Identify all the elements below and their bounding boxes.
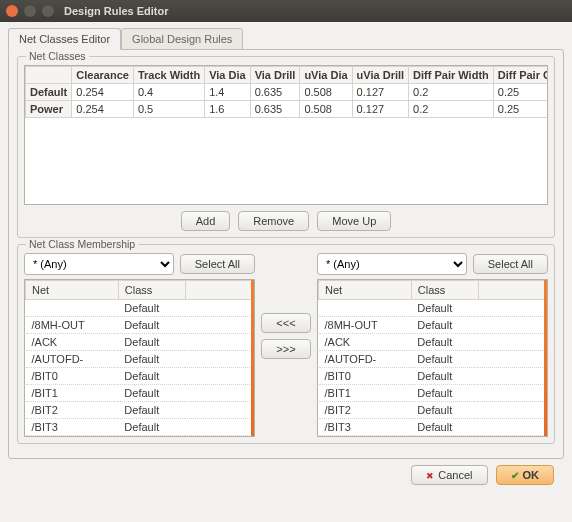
membership-title: Net Class Membership <box>26 238 138 250</box>
cell[interactable]: 0.254 <box>72 101 134 118</box>
cancel-button[interactable]: Cancel <box>411 465 487 485</box>
col-header[interactable]: uVia Dia <box>300 67 352 84</box>
cell[interactable]: 1.4 <box>205 84 251 101</box>
list-item[interactable]: /AUTOFD-Default <box>319 351 547 368</box>
moveup-button[interactable]: Move Up <box>317 211 391 231</box>
col-header[interactable]: Diff Pair Width <box>409 67 494 84</box>
left-filter-combo[interactable]: * (Any) <box>24 253 174 275</box>
col-header[interactable]: uVia Drill <box>352 67 408 84</box>
list-item[interactable]: /ACKDefault <box>26 334 254 351</box>
list-item[interactable]: /8MH-OUTDefault <box>26 317 254 334</box>
left-select-all-button[interactable]: Select All <box>180 254 255 274</box>
remove-button[interactable]: Remove <box>238 211 309 231</box>
list-item[interactable]: /ACKDefault <box>319 334 547 351</box>
cell[interactable]: 0.2 <box>409 84 494 101</box>
col-header[interactable]: Track Width <box>133 67 204 84</box>
add-button[interactable]: Add <box>181 211 231 231</box>
list-item[interactable]: /BIT0Default <box>26 368 254 385</box>
list-item[interactable]: /BIT2Default <box>319 402 547 419</box>
cell[interactable]: 0.4 <box>133 84 204 101</box>
cell[interactable]: 0.25 <box>493 84 548 101</box>
tab-net-classes[interactable]: Net Classes Editor <box>8 28 121 50</box>
move-right-button[interactable]: >>> <box>261 339 310 359</box>
window-title: Design Rules Editor <box>64 5 169 17</box>
cell[interactable]: 0.635 <box>250 101 300 118</box>
cell[interactable]: 1.6 <box>205 101 251 118</box>
row-name: Power <box>26 101 72 118</box>
cell[interactable]: 0.2 <box>409 101 494 118</box>
tab-bar: Net Classes Editor Global Design Rules <box>8 28 564 50</box>
ok-button[interactable]: OK <box>496 465 555 485</box>
col-net[interactable]: Net <box>26 281 119 300</box>
left-net-list[interactable]: Net Class Default/8MH-OUTDefault/ACKDefa… <box>24 279 255 437</box>
col-net[interactable]: Net <box>319 281 412 300</box>
cell[interactable]: 0.508 <box>300 101 352 118</box>
right-net-list[interactable]: Net Class Default/8MH-OUTDefault/ACKDefa… <box>317 279 548 437</box>
cancel-icon <box>426 469 438 481</box>
ok-icon <box>511 469 523 481</box>
cell[interactable]: 0.508 <box>300 84 352 101</box>
list-item[interactable]: /BIT3Default <box>26 419 254 436</box>
list-item[interactable]: Default <box>319 300 547 317</box>
col-header[interactable]: Clearance <box>72 67 134 84</box>
col-class[interactable]: Class <box>118 281 185 300</box>
table-row[interactable]: Power0.2540.51.60.6350.5080.1270.20.25 <box>26 101 549 118</box>
titlebar: Design Rules Editor <box>0 0 572 22</box>
list-item[interactable]: /BIT4Default <box>319 436 547 438</box>
list-item[interactable]: /BIT1Default <box>26 385 254 402</box>
net-classes-group: Net Classes ClearanceTrack WidthVia DiaV… <box>17 56 555 238</box>
list-item[interactable]: /8MH-OUTDefault <box>319 317 547 334</box>
move-left-button[interactable]: <<< <box>261 313 310 333</box>
tab-global-rules[interactable]: Global Design Rules <box>121 28 243 50</box>
list-item[interactable]: /BIT4Default <box>26 436 254 438</box>
list-item[interactable]: /BIT0Default <box>319 368 547 385</box>
row-name: Default <box>26 84 72 101</box>
col-header[interactable]: Via Drill <box>250 67 300 84</box>
list-item[interactable]: /AUTOFD-Default <box>26 351 254 368</box>
col-header[interactable]: Via Dia <box>205 67 251 84</box>
cell[interactable]: 0.127 <box>352 101 408 118</box>
table-row[interactable]: Default0.2540.41.40.6350.5080.1270.20.25 <box>26 84 549 101</box>
cell[interactable]: 0.25 <box>493 101 548 118</box>
maximize-icon[interactable] <box>42 5 54 17</box>
col-header[interactable]: Diff Pair Gap <box>493 67 548 84</box>
list-item[interactable]: /BIT1Default <box>319 385 547 402</box>
cell[interactable]: 0.254 <box>72 84 134 101</box>
list-item[interactable]: /BIT2Default <box>26 402 254 419</box>
minimize-icon[interactable] <box>24 5 36 17</box>
cell[interactable]: 0.5 <box>133 101 204 118</box>
right-select-all-button[interactable]: Select All <box>473 254 548 274</box>
cell[interactable]: 0.127 <box>352 84 408 101</box>
col-class[interactable]: Class <box>411 281 478 300</box>
list-item[interactable]: Default <box>26 300 254 317</box>
close-icon[interactable] <box>6 5 18 17</box>
list-item[interactable]: /BIT3Default <box>319 419 547 436</box>
membership-group: Net Class Membership * (Any) Select All … <box>17 244 555 444</box>
right-filter-combo[interactable]: * (Any) <box>317 253 467 275</box>
net-classes-grid[interactable]: ClearanceTrack WidthVia DiaVia DrilluVia… <box>24 65 548 205</box>
net-classes-title: Net Classes <box>26 50 89 62</box>
cell[interactable]: 0.635 <box>250 84 300 101</box>
